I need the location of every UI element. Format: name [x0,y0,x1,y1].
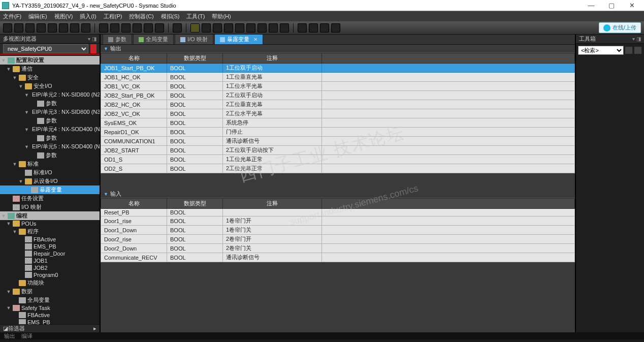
tree-node[interactable]: 任务设置 [0,194,100,203]
cell-comment[interactable]: 系统急停 [223,118,322,128]
cell-comment[interactable]: 1工位垂直光幕 [223,73,322,82]
cell-empty[interactable] [322,164,575,173]
cell-type[interactable]: BOOL [167,216,223,226]
tree-node[interactable]: 参数 [0,116,100,125]
tree-node[interactable]: ▼Safety Task [0,304,100,312]
cell-empty[interactable] [322,73,575,82]
grid-header[interactable] [322,53,575,64]
tool-watch-icon[interactable] [257,23,267,33]
cell-type[interactable]: BOOL [167,118,223,128]
grid-row[interactable]: JOB1_Start_PB_OKBOOL1工位双手启动 [101,64,575,73]
toolbox-search-select[interactable]: <检索> [578,46,624,55]
input-grid[interactable]: 名称数据类型注释Reset_PBBOOLDoor1_riseBOOL1卷帘门开D… [101,198,575,262]
tool-run-icon[interactable] [202,23,211,33]
cell-name[interactable]: JOB2_VC_OK [101,109,167,118]
tree-node[interactable]: ▼安全I/O [0,82,100,90]
cell-type[interactable]: BOOL [167,109,223,118]
cell-empty[interactable] [322,64,575,73]
tree-node[interactable]: JOB1 [0,257,100,264]
tree-node[interactable]: ▼标准 [0,160,100,168]
grid-row[interactable]: Door2_riseBOOL2卷帘门开 [101,235,575,244]
tree-node[interactable]: 参数 [0,151,100,160]
tree-node[interactable]: 参数 [0,134,100,142]
tool-warning-icon[interactable] [190,23,200,33]
grid-row[interactable]: Door1_DownBOOL1卷帘门关 [101,226,575,235]
tool-zoom-icon[interactable] [298,23,307,33]
tree-node[interactable]: ▼EIP/单元3 : NX-SID800 (N3 : In [0,108,100,116]
tree-node[interactable]: FBActive [0,312,100,319]
tool-copy-icon[interactable] [48,23,57,33]
cell-comment[interactable]: 1工位水平光幕 [223,82,322,91]
grid-row[interactable]: JOB1_HC_OKBOOL1工位垂直光幕 [101,73,575,82]
menu-item[interactable]: 工程(P) [104,13,122,20]
cell-empty[interactable] [322,146,575,155]
cell-empty[interactable] [322,109,575,118]
cell-comment[interactable]: 1工位光幕正常 [223,155,322,164]
menu-item[interactable]: 插入(I) [80,13,96,20]
cell-name[interactable]: Door1_rise [101,216,167,226]
cell-name[interactable]: Door2_rise [101,235,167,244]
cell-comment[interactable]: 2卷帘门关 [223,244,322,253]
grid-row[interactable]: JOB2_VC_OKBOOL2工位水平光幕 [101,109,575,118]
tree-node[interactable]: ▼数据 [0,287,100,296]
cell-comment[interactable]: 2工位双手启动 [223,91,322,100]
cell-name[interactable]: JOB1_VC_OK [101,82,167,91]
status-item[interactable]: 输出 [4,332,15,340]
editor-tab[interactable]: 参数 [103,34,132,44]
grid-header[interactable]: 数据类型 [167,199,223,209]
grid-header[interactable]: 注释 [223,199,322,209]
tree-node[interactable]: 参数 [0,99,100,108]
grid-row[interactable]: OD2_SBOOL2工位光幕正常 [101,164,575,173]
grid-row[interactable]: JOB2_Start_PB_OKBOOL2工位双手启动 [101,91,575,100]
cell-empty[interactable] [322,226,575,235]
tool-cursor-icon[interactable] [173,23,182,33]
tree-node[interactable]: 功能块 [0,278,100,287]
tool-zoomin-icon[interactable] [309,23,318,33]
grid-row[interactable]: JOB2_HC_OKBOOL2工位垂直光幕 [101,100,575,109]
editor-tab[interactable]: I/O 映射 [175,34,213,44]
cell-name[interactable]: Communicate_RECV [101,253,167,262]
tree-node[interactable]: ▼POUs [0,220,100,227]
device-select[interactable]: new_SafetyCPU0 [3,44,88,53]
tool-step-icon[interactable] [213,23,222,33]
close-button[interactable]: ✕ [622,2,642,9]
tool-build-icon[interactable] [99,23,108,33]
menu-item[interactable]: 工具(T) [186,13,205,20]
tree-node[interactable]: Program0 [0,271,100,278]
tool-stepover-icon[interactable] [224,23,233,33]
cell-comment[interactable] [223,209,322,216]
tree-node[interactable]: ▼从设备I/O [0,177,100,185]
tree-node[interactable]: 标准I/O [0,168,100,177]
cell-empty[interactable] [322,91,575,100]
cell-type[interactable]: BOOL [167,226,223,235]
cell-name[interactable]: SysEMS_OK [101,118,167,128]
tree-node[interactable]: ▼配置和设置 [0,56,100,65]
cell-name[interactable]: JOB2_Start_PB_OK [101,91,167,100]
tool-cut-icon[interactable] [37,23,46,33]
menu-item[interactable]: 编辑(E) [28,13,47,20]
cell-type[interactable]: BOOL [167,100,223,109]
cell-comment[interactable]: 通讯诊断信号 [223,253,322,262]
cell-empty[interactable] [322,118,575,128]
tool-tag-icon[interactable] [121,23,131,33]
tree-node[interactable]: ▼EIP/单元2 : NX-SID800 (N2 : In [0,90,100,99]
cell-type[interactable]: BOOL [167,91,223,100]
cell-comment[interactable]: 1卷帘门关 [223,226,322,235]
tree-node[interactable]: 暴露变量 [0,185,100,194]
cell-comment[interactable]: 通讯诊断信号 [223,137,322,146]
tool-break-icon[interactable] [246,23,255,33]
cell-name[interactable]: Reset_PB [101,209,167,216]
cell-type[interactable]: BOOL [167,64,223,73]
tool-rebuild-icon[interactable] [110,23,119,33]
status-item[interactable]: 编译 [21,332,33,340]
output-grid[interactable]: 名称数据类型注释JOB1_Start_PB_OKBOOL1工位双手启动JOB1_… [101,53,575,173]
tree-node[interactable]: JOB2 [0,264,100,271]
grid-header[interactable] [322,199,575,209]
tree-node[interactable]: EMS_PB [0,319,100,324]
tool-paste-icon[interactable] [59,23,68,33]
grid-row[interactable]: JOB2_STARTBOOL2工位双手启动按下 [101,146,575,155]
grid-row[interactable]: RepairD1_OKBOOL门停止 [101,128,575,137]
grid-row[interactable]: Communicate_RECVBOOL通讯诊断信号 [101,253,575,262]
project-tree[interactable]: ▼配置和设置▼通信▼安全▼安全I/O▼EIP/单元2 : NX-SID800 (… [0,55,100,324]
tree-node[interactable]: ▼安全 [0,73,100,82]
